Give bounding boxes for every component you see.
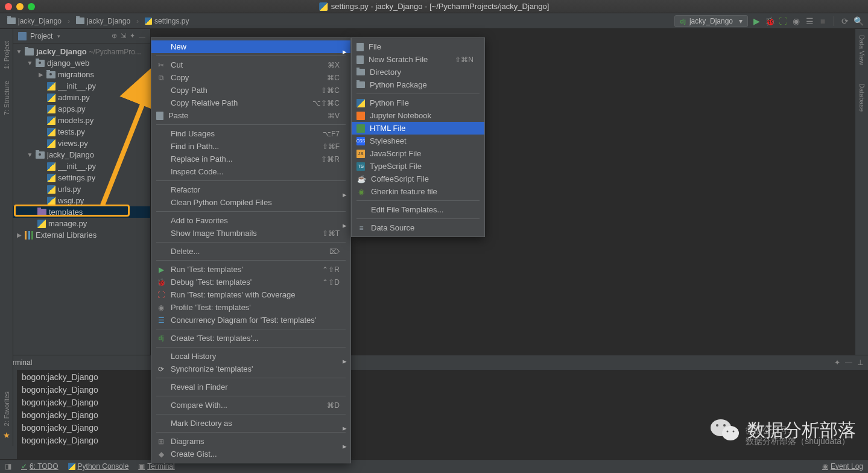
window-title: settings.py - jacky_Django - [~/PycharmP… <box>331 2 550 11</box>
move-panel-icon[interactable]: ⊥ <box>857 358 863 367</box>
menu-item-cut[interactable]: ✂Cut⌘X <box>151 59 350 71</box>
right-tool-window-stripe: Data View Database <box>855 29 868 355</box>
hide-panel-icon[interactable]: — <box>845 358 852 367</box>
project-tool-button[interactable]: 1: Project <box>3 41 10 69</box>
menu-item-coffeescript-file[interactable]: ☕CoffeeScript File <box>352 173 484 185</box>
menu-item-diagrams[interactable]: ⊞Diagrams <box>151 435 350 448</box>
gear-icon[interactable]: ✦ <box>834 358 840 367</box>
menu-item-run-test-templates-with-coverage[interactable]: ⛶Run 'Test: templates' with Coverage <box>151 288 350 301</box>
menu-item-clean-python-compiled-files[interactable]: Clean Python Compiled Files <box>151 196 350 209</box>
breadcrumb[interactable]: jacky_Django jacky_Django settings.py <box>5 16 191 27</box>
blank-icon <box>156 185 166 195</box>
terminal-tool-window: Terminal ✦ — ⊥ + ✕ bogon:jacky_Django bo… <box>0 355 868 459</box>
window-controls[interactable] <box>5 3 35 10</box>
django-icon: dj <box>680 17 686 25</box>
diag-icon: ⊞ <box>156 437 166 446</box>
menu-item-find-usages[interactable]: Find Usages⌥F7 <box>151 127 350 140</box>
menu-item-profile-test-templates[interactable]: ◉Profile 'Test: templates' <box>151 301 350 314</box>
event-log-tool-button[interactable]: ◉Event Log <box>822 462 863 471</box>
menu-item-delete[interactable]: Delete...⌦ <box>151 245 350 258</box>
context-menu[interactable]: New✂Cut⌘X⧉Copy⌘CCopy Path⇧⌘CCopy Relativ… <box>151 37 351 463</box>
menu-item-synchronize-templates[interactable]: ⟳Synchronize 'templates' <box>151 363 350 375</box>
terminal-output[interactable]: bogon:jacky_Django bogon:jacky_Django bo… <box>17 370 868 459</box>
project-tool-window: Project ▾ ⊕ ⇲ ✦ — ▼jacky_Django ~/Pychar… <box>13 29 151 355</box>
menu-item-refactor[interactable]: Refactor <box>151 183 350 196</box>
menu-item-reveal-in-finder[interactable]: Reveal in Finder <box>151 381 350 393</box>
menu-item-directory[interactable]: Directory <box>352 66 484 78</box>
menu-item-python-package[interactable]: Python Package <box>352 78 484 91</box>
blank-icon <box>156 229 166 238</box>
menu-item-replace-in-path[interactable]: Replace in Path...⇧⌘R <box>151 153 350 165</box>
menu-item-inspect-code[interactable]: Inspect Code... <box>151 165 350 178</box>
scroll-from-source-icon[interactable]: ⊕ <box>112 32 117 40</box>
favorites-tool-button[interactable]: 2: Favorites <box>3 392 10 426</box>
menu-item-javascript-file[interactable]: JSJavaScript File <box>352 147 484 160</box>
menu-item-copy-relative-path[interactable]: Copy Relative Path⌥⇧⌘C <box>151 97 350 109</box>
menu-item-compare-with[interactable]: Compare With...⌘D <box>151 399 350 411</box>
menu-item-new[interactable]: New <box>151 40 350 53</box>
menu-item-copy-path[interactable]: Copy Path⇧⌘C <box>151 84 350 97</box>
menu-item-local-history[interactable]: Local History <box>151 350 350 363</box>
maximize-window-icon[interactable] <box>28 3 35 10</box>
collapse-all-icon[interactable]: ⇲ <box>121 32 126 40</box>
menu-item-show-image-thumbnails[interactable]: Show Image Thumbnails⇧⌘T <box>151 227 350 240</box>
python-console-tool-button[interactable]: Python Console <box>68 462 129 471</box>
debug-button[interactable]: 🐞 <box>765 16 775 26</box>
menu-item-jupyter-notebook[interactable]: Jupyter Notebook <box>352 109 484 122</box>
menu-item-copy[interactable]: ⧉Copy⌘C <box>151 71 350 84</box>
structure-tool-button[interactable]: 7: Structure <box>3 81 10 115</box>
svg-point-2 <box>716 424 718 427</box>
new-submenu[interactable]: FileNew Scratch File⇧⌘NDirectoryPython P… <box>351 37 485 237</box>
minimize-window-icon[interactable] <box>16 3 24 10</box>
menu-item-find-in-path[interactable]: Find in Path...⇧⌘F <box>151 140 350 153</box>
menu-item-create-test-templates[interactable]: djCreate 'Test: templates'... <box>151 332 350 344</box>
database-tool-button[interactable]: Database <box>858 83 866 112</box>
menu-item-run-test-templates[interactable]: ▶Run 'Test: templates'⌃⇧R <box>151 263 350 276</box>
run-configuration-selector[interactable]: dj jacky_Django <box>674 15 748 27</box>
dj-icon: dj <box>156 334 166 343</box>
menu-item-stylesheet[interactable]: CSSStylesheet <box>352 135 484 147</box>
menu-item-python-file[interactable]: Python File <box>352 97 484 109</box>
star-icon[interactable]: ★ <box>3 431 10 440</box>
debug-icon: 🐞 <box>156 278 166 287</box>
update-project-icon[interactable]: ⟳ <box>840 16 850 26</box>
todo-tool-button[interactable]: ✓6: TODO <box>21 462 59 471</box>
menu-item-typescript-file[interactable]: TSTypeScript File <box>352 160 484 173</box>
menu-item-data-source[interactable]: ≡Data Source <box>352 221 484 234</box>
run-button[interactable]: ▶ <box>752 16 761 26</box>
hide-panel-icon[interactable]: — <box>139 33 145 40</box>
menu-item-mark-directory-as[interactable]: Mark Directory as <box>151 417 350 430</box>
menu-item-debug-test-templates[interactable]: 🐞Debug 'Test: templates'⌃⇧D <box>151 276 350 288</box>
stop-button[interactable]: ■ <box>818 16 828 26</box>
menu-item-add-to-favorites[interactable]: Add to Favorites <box>151 214 350 227</box>
menu-item-concurrency-diagram-for-test-templates[interactable]: ☰Concurrency Diagram for 'Test: template… <box>151 314 350 326</box>
blank-icon <box>156 167 166 177</box>
conc-icon: ☰ <box>156 316 166 325</box>
css-icon: CSS <box>356 137 365 145</box>
python-file-icon <box>47 116 55 125</box>
concurrency-button[interactable]: ☰ <box>805 16 814 26</box>
chevron-down-icon <box>737 17 743 25</box>
tool-window-button-icon[interactable]: ◨ <box>5 462 11 471</box>
terminal-tool-button[interactable]: ▣Terminal <box>138 462 174 471</box>
blank-icon <box>156 98 166 108</box>
menu-item-new-scratch-file[interactable]: New Scratch File⇧⌘N <box>352 53 484 66</box>
folder-icon <box>76 17 84 24</box>
gear-icon[interactable]: ✦ <box>130 32 135 40</box>
menu-item-gherkin-feature-file[interactable]: ◉Gherkin feature file <box>352 185 484 198</box>
menu-item-html-file[interactable]: HTML File <box>352 122 484 135</box>
menu-item-file[interactable]: File <box>352 40 484 53</box>
close-window-icon[interactable] <box>5 3 12 10</box>
coverage-button[interactable]: ⛶ <box>778 16 788 26</box>
search-icon[interactable]: 🔍 <box>854 16 863 26</box>
menu-item-create-gist[interactable]: ◆Create Gist... <box>151 448 350 460</box>
python-file-icon <box>47 174 55 182</box>
coffee-icon: ☕ <box>356 174 366 184</box>
dataview-tool-button[interactable]: Data View <box>858 35 866 65</box>
chevron-down-icon[interactable]: ▾ <box>57 33 60 39</box>
panel-title: Project <box>30 32 52 40</box>
menu-item-paste[interactable]: Paste⌘V <box>151 109 350 122</box>
profile-button[interactable]: ◉ <box>791 16 801 26</box>
menu-item-edit-file-templates[interactable]: Edit File Templates... <box>352 203 484 216</box>
svg-point-3 <box>723 424 726 427</box>
